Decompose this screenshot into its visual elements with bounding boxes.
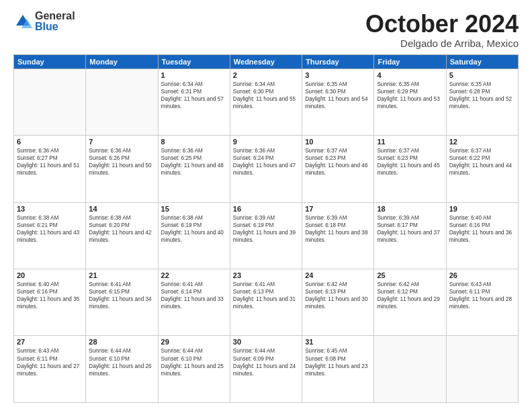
calendar-cell: 9Sunrise: 6:36 AM Sunset: 6:24 PM Daylig…	[230, 136, 302, 202]
calendar-cell: 5Sunrise: 6:35 AM Sunset: 6:28 PM Daylig…	[446, 68, 518, 135]
calendar-week-row: 27Sunrise: 6:43 AM Sunset: 6:11 PM Dayli…	[14, 336, 519, 403]
calendar-day-header: Monday	[86, 54, 158, 68]
day-number: 15	[161, 205, 227, 213]
cell-info: Sunrise: 6:41 AM Sunset: 6:15 PM Dayligh…	[89, 281, 154, 310]
calendar-cell: 8Sunrise: 6:36 AM Sunset: 6:25 PM Daylig…	[158, 136, 230, 202]
calendar-cell: 10Sunrise: 6:37 AM Sunset: 6:23 PM Dayli…	[302, 136, 374, 202]
cell-info: Sunrise: 6:38 AM Sunset: 6:20 PM Dayligh…	[89, 214, 154, 244]
calendar-cell: 14Sunrise: 6:38 AM Sunset: 6:20 PM Dayli…	[86, 202, 158, 269]
day-number: 8	[161, 138, 227, 146]
cell-info: Sunrise: 6:44 AM Sunset: 6:09 PM Dayligh…	[233, 347, 299, 377]
cell-info: Sunrise: 6:36 AM Sunset: 6:26 PM Dayligh…	[89, 147, 154, 177]
calendar-cell	[374, 336, 446, 403]
day-number: 4	[377, 71, 443, 79]
day-number: 27	[17, 338, 83, 346]
calendar-cell: 17Sunrise: 6:39 AM Sunset: 6:18 PM Dayli…	[302, 202, 374, 269]
cell-info: Sunrise: 6:35 AM Sunset: 6:28 PM Dayligh…	[449, 81, 515, 110]
calendar-cell: 15Sunrise: 6:38 AM Sunset: 6:19 PM Dayli…	[158, 202, 230, 269]
cell-info: Sunrise: 6:39 AM Sunset: 6:18 PM Dayligh…	[305, 214, 371, 244]
calendar-cell: 6Sunrise: 6:36 AM Sunset: 6:27 PM Daylig…	[14, 136, 86, 202]
day-number: 25	[377, 271, 443, 279]
day-number: 13	[17, 205, 83, 213]
cell-info: Sunrise: 6:41 AM Sunset: 6:14 PM Dayligh…	[161, 281, 227, 310]
day-number: 7	[89, 138, 154, 146]
cell-info: Sunrise: 6:44 AM Sunset: 6:10 PM Dayligh…	[161, 347, 227, 377]
day-number: 29	[161, 338, 227, 346]
cell-info: Sunrise: 6:40 AM Sunset: 6:16 PM Dayligh…	[449, 214, 515, 244]
cell-info: Sunrise: 6:35 AM Sunset: 6:29 PM Dayligh…	[377, 81, 443, 110]
calendar-cell: 13Sunrise: 6:38 AM Sunset: 6:21 PM Dayli…	[14, 202, 86, 269]
location-subtitle: Delgado de Arriba, Mexico	[365, 38, 519, 49]
calendar-cell	[14, 68, 86, 135]
calendar-day-header: Sunday	[14, 54, 86, 68]
day-number: 22	[161, 271, 227, 279]
cell-info: Sunrise: 6:39 AM Sunset: 6:19 PM Dayligh…	[233, 214, 299, 244]
cell-info: Sunrise: 6:45 AM Sunset: 6:08 PM Dayligh…	[305, 347, 371, 377]
day-number: 12	[449, 138, 515, 146]
calendar-cell: 3Sunrise: 6:35 AM Sunset: 6:30 PM Daylig…	[302, 68, 374, 135]
calendar-day-header: Thursday	[302, 54, 374, 68]
logo-icon	[13, 12, 32, 31]
day-number: 26	[449, 271, 515, 279]
day-number: 9	[233, 138, 299, 146]
day-number: 10	[305, 138, 371, 146]
day-number: 3	[305, 71, 371, 79]
day-number: 21	[89, 271, 154, 279]
calendar-cell: 22Sunrise: 6:41 AM Sunset: 6:14 PM Dayli…	[158, 269, 230, 336]
month-title: October 2024	[365, 11, 519, 38]
day-number: 2	[233, 71, 299, 79]
cell-info: Sunrise: 6:37 AM Sunset: 6:23 PM Dayligh…	[305, 147, 371, 177]
calendar-cell: 2Sunrise: 6:34 AM Sunset: 6:30 PM Daylig…	[230, 68, 302, 135]
calendar-cell: 4Sunrise: 6:35 AM Sunset: 6:29 PM Daylig…	[374, 68, 446, 135]
logo-general-text: General	[35, 11, 75, 21]
calendar-week-row: 6Sunrise: 6:36 AM Sunset: 6:27 PM Daylig…	[14, 136, 519, 202]
calendar-cell: 24Sunrise: 6:42 AM Sunset: 6:13 PM Dayli…	[302, 269, 374, 336]
cell-info: Sunrise: 6:37 AM Sunset: 6:23 PM Dayligh…	[377, 147, 443, 177]
calendar-day-header: Saturday	[446, 54, 518, 68]
day-number: 16	[233, 205, 299, 213]
calendar-cell: 23Sunrise: 6:41 AM Sunset: 6:13 PM Dayli…	[230, 269, 302, 336]
cell-info: Sunrise: 6:36 AM Sunset: 6:24 PM Dayligh…	[233, 147, 299, 177]
calendar-cell: 18Sunrise: 6:39 AM Sunset: 6:17 PM Dayli…	[374, 202, 446, 269]
calendar-cell: 12Sunrise: 6:37 AM Sunset: 6:22 PM Dayli…	[446, 136, 518, 202]
day-number: 6	[17, 138, 83, 146]
calendar-week-row: 1Sunrise: 6:34 AM Sunset: 6:31 PM Daylig…	[14, 68, 519, 135]
header: General Blue October 2024 Delgado de Arr…	[13, 11, 519, 49]
day-number: 31	[305, 338, 371, 346]
cell-info: Sunrise: 6:37 AM Sunset: 6:22 PM Dayligh…	[449, 147, 515, 177]
calendar-cell: 16Sunrise: 6:39 AM Sunset: 6:19 PM Dayli…	[230, 202, 302, 269]
cell-info: Sunrise: 6:34 AM Sunset: 6:31 PM Dayligh…	[161, 81, 227, 110]
day-number: 23	[233, 271, 299, 279]
day-number: 18	[377, 205, 443, 213]
day-number: 19	[449, 205, 515, 213]
logo-blue-text: Blue	[35, 21, 75, 32]
calendar-week-row: 20Sunrise: 6:40 AM Sunset: 6:16 PM Dayli…	[14, 269, 519, 336]
calendar-cell: 7Sunrise: 6:36 AM Sunset: 6:26 PM Daylig…	[86, 136, 158, 202]
day-number: 11	[377, 138, 443, 146]
cell-info: Sunrise: 6:42 AM Sunset: 6:13 PM Dayligh…	[305, 281, 371, 310]
calendar-cell	[86, 68, 158, 135]
day-number: 20	[17, 271, 83, 279]
calendar-cell: 30Sunrise: 6:44 AM Sunset: 6:09 PM Dayli…	[230, 336, 302, 403]
day-number: 28	[89, 338, 154, 346]
title-block: October 2024 Delgado de Arriba, Mexico	[365, 11, 519, 49]
cell-info: Sunrise: 6:35 AM Sunset: 6:30 PM Dayligh…	[305, 81, 371, 110]
calendar-cell: 20Sunrise: 6:40 AM Sunset: 6:16 PM Dayli…	[14, 269, 86, 336]
logo: General Blue	[13, 11, 75, 32]
cell-info: Sunrise: 6:41 AM Sunset: 6:13 PM Dayligh…	[233, 281, 299, 310]
cell-info: Sunrise: 6:43 AM Sunset: 6:11 PM Dayligh…	[17, 347, 83, 377]
calendar-cell: 25Sunrise: 6:42 AM Sunset: 6:12 PM Dayli…	[374, 269, 446, 336]
calendar-day-header: Tuesday	[158, 54, 230, 68]
cell-info: Sunrise: 6:34 AM Sunset: 6:30 PM Dayligh…	[233, 81, 299, 110]
day-number: 24	[305, 271, 371, 279]
cell-info: Sunrise: 6:36 AM Sunset: 6:25 PM Dayligh…	[161, 147, 227, 177]
day-number: 14	[89, 205, 154, 213]
calendar-cell: 29Sunrise: 6:44 AM Sunset: 6:10 PM Dayli…	[158, 336, 230, 403]
day-number: 1	[161, 71, 227, 79]
page: General Blue October 2024 Delgado de Arr…	[0, 0, 532, 411]
calendar-cell: 28Sunrise: 6:44 AM Sunset: 6:10 PM Dayli…	[86, 336, 158, 403]
calendar-cell: 11Sunrise: 6:37 AM Sunset: 6:23 PM Dayli…	[374, 136, 446, 202]
calendar-day-header: Friday	[374, 54, 446, 68]
calendar-cell: 31Sunrise: 6:45 AM Sunset: 6:08 PM Dayli…	[302, 336, 374, 403]
cell-info: Sunrise: 6:42 AM Sunset: 6:12 PM Dayligh…	[377, 281, 443, 310]
